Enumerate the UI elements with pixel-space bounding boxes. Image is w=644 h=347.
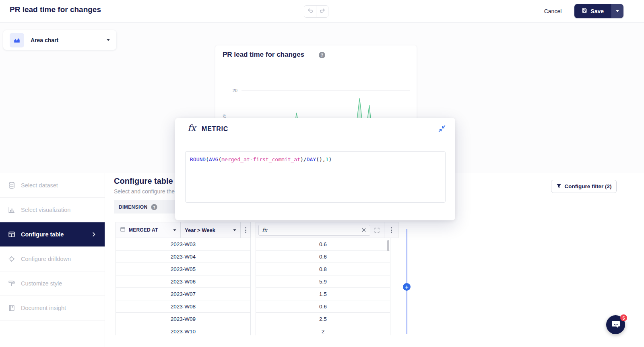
table-row-week[interactable]: 2023-W04 <box>116 250 250 263</box>
redo-button[interactable] <box>316 6 328 17</box>
metric-modal: fx METRIC ROUND(AVG(merged_at-first_comm… <box>175 118 455 220</box>
undo-redo-group <box>304 5 328 18</box>
table-row-week[interactable]: 2023-W10 <box>116 325 250 335</box>
week-column-rows: 2023-W032023-W042023-W052023-W062023-W07… <box>116 238 251 335</box>
table-row-week[interactable]: 2023-W03 <box>116 238 250 250</box>
week-column-header: MERGED AT Year > Week <box>116 222 251 238</box>
sidebar-item-customize-style[interactable]: Customize style <box>0 271 105 296</box>
kebab-menu-icon <box>391 227 392 233</box>
close-icon[interactable] <box>361 227 367 233</box>
configure-filter-button[interactable]: Configure filter (2) <box>551 180 617 193</box>
chevron-down-icon <box>173 229 176 231</box>
section-heading: Configure table <box>114 177 173 186</box>
table-row-week[interactable]: 2023-W08 <box>116 300 250 313</box>
table-row-value[interactable]: 1.5 <box>256 288 390 300</box>
save-split-button: Save <box>574 4 623 18</box>
merged-at-label: MERGED AT <box>129 227 158 233</box>
save-button[interactable]: Save <box>574 4 611 18</box>
metric-formula-field[interactable]: fx <box>258 225 370 236</box>
formula-editor[interactable]: ROUND(AVG(merged_at-first_commit_at)/DAY… <box>185 151 446 203</box>
cancel-button[interactable]: Cancel <box>542 8 564 15</box>
kebab-menu-icon <box>245 227 246 233</box>
y-tick-20: 20 <box>228 88 237 93</box>
metric-column-header: fx <box>256 222 398 238</box>
sidebar-item-configure-table[interactable]: Configure table <box>0 222 105 247</box>
configure-filter-label: Configure filter (2) <box>565 183 612 189</box>
table-row-week[interactable]: 2023-W07 <box>116 288 250 300</box>
area-chart-icon <box>10 33 24 47</box>
database-icon <box>8 182 15 189</box>
table-row-value[interactable]: 2.5 <box>256 313 390 325</box>
add-column-guide-line <box>407 229 407 334</box>
granularity-value: Year > Week <box>185 227 215 233</box>
chat-unread-badge: 5 <box>620 314 627 321</box>
save-button-label: Save <box>590 8 604 14</box>
bar-chart-icon <box>8 206 15 214</box>
chat-icon <box>611 319 621 331</box>
sidebar-item-document-insight[interactable]: Document insight <box>0 296 105 320</box>
crosshair-icon <box>8 255 15 263</box>
book-icon <box>8 304 15 312</box>
table-row-value[interactable]: 0.8 <box>256 263 390 275</box>
chevron-down-icon <box>616 10 619 12</box>
undo-button[interactable] <box>304 6 316 17</box>
table-row-week[interactable]: 2023-W05 <box>116 263 250 275</box>
sidebar-item-configure-drilldown[interactable]: Configure drilldown <box>0 247 105 271</box>
chevron-down-icon <box>107 39 110 41</box>
section-subheading: Select and configure the fie <box>114 188 182 195</box>
metric-column-rows: 0.60.60.85.91.50.62.52 <box>256 238 390 335</box>
top-bar: PR lead time for changes Cancel Save <box>0 0 644 23</box>
expand-icon[interactable] <box>374 227 380 233</box>
filter-icon <box>556 183 561 190</box>
save-icon <box>582 8 587 14</box>
sidebar-item-select-visualization[interactable]: Select visualization <box>0 198 105 222</box>
table-scrollbar-thumb[interactable] <box>387 240 389 251</box>
metric-modal-title: METRIC <box>202 125 228 133</box>
table-row-week[interactable]: 2023-W09 <box>116 313 250 325</box>
table-row-value[interactable]: 0.6 <box>256 238 390 250</box>
formula-text: ROUND(AVG(merged_at-first_commit_at)/DAY… <box>190 156 332 162</box>
metric-column-menu-button[interactable] <box>384 227 398 233</box>
collapse-icon[interactable] <box>438 125 446 132</box>
week-column-menu-button[interactable] <box>241 227 250 233</box>
fx-icon: fx <box>262 227 267 233</box>
chart-type-label: Area chart <box>31 37 58 43</box>
chart-type-selector[interactable]: Area chart <box>3 30 116 50</box>
help-icon[interactable]: ? <box>151 204 157 210</box>
table-row-value[interactable]: 0.6 <box>256 250 390 263</box>
sidebar-item-select-dataset[interactable]: Select dataset <box>0 173 105 198</box>
add-column-button[interactable]: + <box>403 283 411 291</box>
calendar-icon <box>120 226 126 234</box>
table-icon <box>8 231 15 238</box>
fx-icon: fx <box>188 123 196 133</box>
page-title: PR lead time for changes <box>10 5 101 14</box>
save-dropdown-button[interactable] <box>611 4 623 18</box>
redo-icon <box>319 8 326 16</box>
paint-roller-icon <box>8 280 15 287</box>
help-icon[interactable]: ? <box>319 52 325 58</box>
configure-table: MERGED AT Year > Week 2023-W032023-W0420… <box>116 222 407 335</box>
dimension-label: DIMENSION <box>119 204 148 210</box>
merged-at-header-cell[interactable]: MERGED AT <box>116 222 181 238</box>
undo-icon <box>307 8 314 16</box>
chart-title: PR lead time for changes <box>223 51 304 59</box>
table-row-value[interactable]: 5.9 <box>256 275 390 288</box>
table-row-week[interactable]: 2023-W06 <box>116 275 250 288</box>
sidebar: Select datasetSelect visualizationConfig… <box>0 173 105 347</box>
chevron-right-icon <box>91 232 97 237</box>
table-row-value[interactable]: 0.6 <box>256 300 390 313</box>
chevron-down-icon <box>233 229 236 231</box>
granularity-dropdown[interactable]: Year > Week <box>181 222 241 238</box>
table-row-value[interactable]: 2 <box>256 325 390 335</box>
